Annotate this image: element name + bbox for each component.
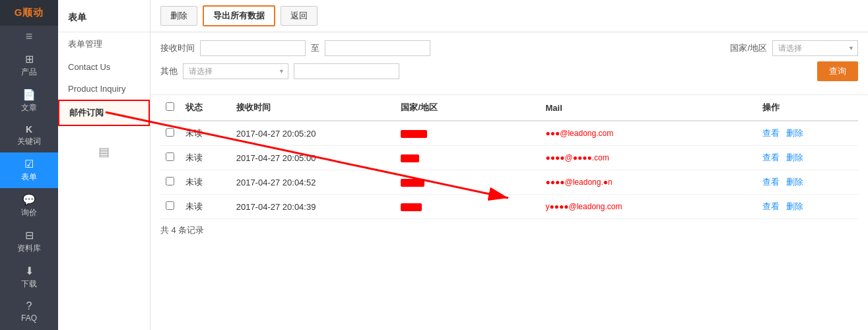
cell-email-1: ●●●●@●●●●.com <box>541 146 758 170</box>
cell-status-3: 未读 <box>180 195 231 219</box>
cell-status-1: 未读 <box>180 146 231 170</box>
view-link-1[interactable]: 查看 <box>762 152 780 162</box>
col-receive-time: 接收时间 <box>231 95 396 121</box>
other-text-input[interactable] <box>294 63 399 79</box>
database-icon: ⊟ <box>25 229 34 242</box>
country-select[interactable]: 请选择 <box>772 40 858 56</box>
table-area: 状态 接收时间 国家/地区 Mail 操作 未读 2017-04-27 20:0… <box>150 95 868 330</box>
nav-item-download[interactable]: ⬇ 下载 <box>0 259 58 295</box>
filter-row-2: 其他 请选择 查询 <box>160 61 858 81</box>
nav-item-database[interactable]: ⊟ 资料库 <box>0 224 58 259</box>
cell-actions-3: 查看 删除 <box>757 195 858 219</box>
main-content: 删除 导出所有数据 返回 接收时间 至 国家/地区 请选择 其他 请选择 <box>150 0 868 330</box>
cell-country-3 <box>395 195 540 219</box>
cell-time-3: 2017-04-27 20:04:39 <box>231 195 396 219</box>
view-link-0[interactable]: 查看 <box>762 128 780 138</box>
delete-link-3[interactable]: 删除 <box>786 201 803 211</box>
nav-label-download: 下载 <box>21 279 37 290</box>
table-row: 未读 2017-04-27 20:05:20 ●●●@leadong.com 查… <box>160 121 858 146</box>
keywords-icon: K <box>26 124 32 135</box>
delete-link-1[interactable]: 删除 <box>786 152 803 162</box>
cell-actions-0: 查看 删除 <box>757 121 858 146</box>
country-redacted-3 <box>401 203 422 211</box>
col-status: 状态 <box>180 95 231 121</box>
menu-item-product-inquiry[interactable]: Product Inquiry <box>58 78 150 100</box>
left-nav: G顺动 ≡ ⊞ 产品 📄 文章 K 关键词 ☑ 表单 💬 询价 ⊟ 资料库 <box>0 0 58 330</box>
faq-icon: ? <box>26 300 32 312</box>
delete-link-0[interactable]: 删除 <box>786 128 803 138</box>
row-checkbox-1[interactable] <box>166 152 174 161</box>
table-row: 未读 2017-04-27 20:04:39 y●●●●@leadong.com… <box>160 195 858 219</box>
receive-time-label: 接收时间 <box>160 42 195 54</box>
nav-item-forms[interactable]: ☑ 表单 <box>0 152 58 188</box>
inquiry-icon: 💬 <box>22 193 36 206</box>
row-checkbox-0[interactable] <box>166 128 174 137</box>
row-checkbox-3[interactable] <box>166 201 174 210</box>
nav-label-keywords: 关键词 <box>17 136 41 147</box>
cell-country-2 <box>395 170 540 195</box>
cell-time-2: 2017-04-27 20:04:52 <box>231 170 396 195</box>
cell-email-2: ●●●●@leadong.●n <box>541 170 758 195</box>
cell-actions-1: 查看 删除 <box>757 146 858 170</box>
cell-actions-2: 查看 删除 <box>757 170 858 195</box>
select-all-checkbox[interactable] <box>166 102 174 111</box>
filter-row-1: 接收时间 至 国家/地区 请选择 <box>160 40 858 56</box>
sidebar-collapse-button[interactable]: ▤ <box>58 139 150 164</box>
forms-icon: ☑ <box>24 158 34 170</box>
nav-menu-toggle[interactable]: ≡ <box>0 26 58 48</box>
nav-label-forms: 表单 <box>21 172 37 183</box>
receive-time-from-input[interactable] <box>200 40 306 56</box>
nav-item-keywords[interactable]: K 关键词 <box>0 119 58 152</box>
cell-checkbox-2 <box>160 170 180 195</box>
country-select-wrapper: 请选择 <box>772 40 858 56</box>
menu-item-form-manage[interactable]: 表单管理 <box>58 32 150 56</box>
cell-status-2: 未读 <box>180 170 231 195</box>
delete-link-2[interactable]: 删除 <box>786 177 803 187</box>
nav-items: ≡ ⊞ 产品 📄 文章 K 关键词 ☑ 表单 💬 询价 ⊟ 资料库 ⬇ 下载 <box>0 26 58 330</box>
hamburger-icon: ≡ <box>26 30 33 44</box>
menu-item-contact-us[interactable]: Contact Us <box>58 56 150 78</box>
country-redacted-0 <box>401 130 427 138</box>
filter-separator: 至 <box>311 42 319 54</box>
toolbar: 删除 导出所有数据 返回 <box>150 0 868 32</box>
country-redacted-2 <box>401 179 424 187</box>
cell-email-3: y●●●●@leadong.com <box>541 195 758 219</box>
other-label: 其他 <box>160 65 178 77</box>
back-button[interactable]: 返回 <box>281 6 317 26</box>
other-select[interactable]: 请选择 <box>183 63 288 79</box>
nav-label-inquiry: 询价 <box>21 207 37 218</box>
export-button[interactable]: 导出所有数据 <box>203 5 275 26</box>
nav-label-products: 产品 <box>21 67 37 78</box>
col-country: 国家/地区 <box>395 95 540 121</box>
row-checkbox-2[interactable] <box>166 177 174 185</box>
download-icon: ⬇ <box>25 265 34 277</box>
cell-time-0: 2017-04-27 20:05:20 <box>231 121 396 146</box>
nav-item-articles[interactable]: 📄 文章 <box>0 83 58 119</box>
nav-item-products[interactable]: ⊞ 产品 <box>0 48 58 83</box>
receive-time-to-input[interactable] <box>325 40 430 56</box>
view-link-3[interactable]: 查看 <box>762 201 780 211</box>
cell-checkbox-3 <box>160 195 180 219</box>
col-actions: 操作 <box>757 95 858 121</box>
menu-item-mail-subscribe[interactable]: 邮件订阅 <box>58 100 150 126</box>
search-button[interactable]: 查询 <box>817 61 858 81</box>
view-link-2[interactable]: 查看 <box>762 177 780 187</box>
col-checkbox <box>160 95 180 121</box>
country-redacted-1 <box>401 154 419 162</box>
delete-button[interactable]: 删除 <box>160 6 197 26</box>
other-select-wrapper: 请选择 <box>183 63 288 79</box>
cell-country-1 <box>395 146 540 170</box>
data-table: 状态 接收时间 国家/地区 Mail 操作 未读 2017-04-27 20:0… <box>160 95 858 219</box>
col-mail: Mail <box>541 95 758 121</box>
cell-status-0: 未读 <box>180 121 231 146</box>
record-count: 共 4 条记录 <box>160 219 858 239</box>
nav-item-inquiry[interactable]: 💬 询价 <box>0 188 58 224</box>
nav-item-faq[interactable]: ? FAQ <box>0 295 58 328</box>
nav-label-articles: 文章 <box>21 102 37 114</box>
cell-checkbox-1 <box>160 146 180 170</box>
table-row: 未读 2017-04-27 20:04:52 ●●●●@leadong.●n 查… <box>160 170 858 195</box>
cell-time-1: 2017-04-27 20:05:00 <box>231 146 396 170</box>
second-sidebar: 表单 表单管理 Contact Us Product Inquiry 邮件订阅 … <box>58 0 150 330</box>
table-header-row: 状态 接收时间 国家/地区 Mail 操作 <box>160 95 858 121</box>
cell-email-0: ●●●@leadong.com <box>541 121 758 146</box>
